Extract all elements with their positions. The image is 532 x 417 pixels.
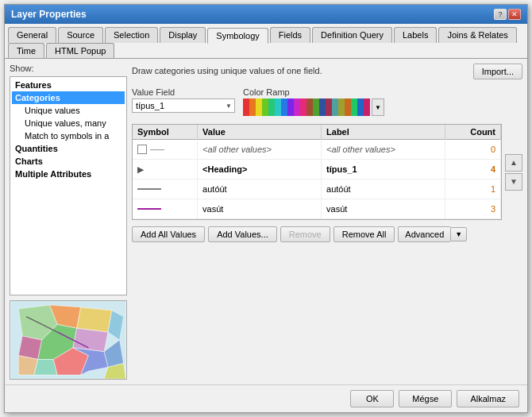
bottom-buttons: Add All Values Add Values... Remove Remo…: [132, 226, 522, 242]
table-row[interactable]: vasút vasút 3: [133, 199, 501, 219]
table-row-area: Symbol Value Label Count: [132, 124, 522, 220]
title-bar: Layer Properties ? ✕: [5, 5, 527, 24]
symbol-line-vasut: [137, 208, 161, 210]
scroll-buttons: ▲ ▼: [505, 124, 522, 220]
col-symbol: Symbol: [133, 125, 198, 140]
apply-button[interactable]: Alkalmaz: [457, 390, 519, 407]
advanced-dropdown-button[interactable]: ▼: [450, 227, 467, 241]
color-ramp[interactable]: [243, 98, 370, 116]
value-field-group: Value Field típus_1: [132, 87, 235, 116]
footer: OK Mégse Alkalmaz: [5, 384, 527, 412]
help-button[interactable]: ?: [494, 9, 507, 20]
col-count: Count: [445, 125, 501, 140]
table-row[interactable]: autóút autóút 1: [133, 180, 501, 199]
remove-button[interactable]: Remove: [280, 226, 330, 242]
col-value: Value: [198, 125, 322, 140]
symbol-cell-other: —: [137, 141, 192, 157]
svg-marker-3: [77, 307, 112, 332]
count-all-other: 0: [445, 140, 501, 160]
tree-unique-values[interactable]: Unique values: [12, 104, 125, 117]
tab-symbology[interactable]: Symbology: [207, 28, 268, 44]
value-field-select-wrapper: típus_1: [132, 98, 235, 113]
symbol-checkbox[interactable]: [137, 145, 147, 154]
tabs-bar: General Source Selection Display Symbolo…: [5, 24, 527, 59]
add-all-values-button[interactable]: Add All Values: [132, 226, 205, 242]
color-ramp-dropdown[interactable]: ▼: [372, 98, 384, 116]
tree-features[interactable]: Features: [12, 79, 125, 91]
description-text: Draw categories using unique values of o…: [132, 66, 322, 75]
table-row[interactable]: — <all other values> <all other values> …: [133, 140, 501, 160]
tree-categories[interactable]: Categories: [12, 91, 125, 104]
tab-selection[interactable]: Selection: [105, 27, 158, 43]
field-row: Value Field típus_1 Color Ramp ▼: [132, 87, 522, 116]
advanced-button-group: Advanced ▼: [398, 226, 467, 242]
import-row: Draw categories using unique values of o…: [132, 64, 522, 79]
count-heading: 4: [445, 160, 501, 180]
map-preview: [10, 300, 127, 380]
tab-labels[interactable]: Labels: [394, 27, 437, 43]
value-field-select[interactable]: típus_1: [132, 98, 235, 113]
label-autoput: autóút: [322, 180, 445, 199]
content-area: Show: Features Categories Unique values …: [5, 59, 527, 384]
value-heading: <Heading>: [198, 160, 322, 180]
symbology-tree: Features Categories Unique values Unique…: [10, 76, 127, 295]
color-ramp-wrapper: ▼: [243, 98, 384, 116]
svg-marker-7: [73, 328, 108, 351]
table-row[interactable]: ▶ <Heading> típus_1 4: [133, 160, 501, 180]
tab-time[interactable]: Time: [8, 43, 44, 58]
tree-charts[interactable]: Charts: [12, 155, 125, 168]
label-all-other: <all other values>: [322, 140, 445, 160]
svg-marker-5: [18, 336, 41, 359]
right-panel: Draw categories using unique values of o…: [132, 64, 522, 380]
scroll-down-button[interactable]: ▼: [505, 173, 522, 191]
close-button[interactable]: ✕: [508, 9, 521, 20]
symbol-cell-autoput: [137, 181, 192, 197]
col-label: Label: [322, 125, 445, 140]
show-label: Show:: [10, 64, 127, 73]
count-vasut: 3: [445, 199, 501, 219]
tab-definition-query[interactable]: Definition Query: [312, 27, 392, 43]
values-table: Symbol Value Label Count: [133, 125, 501, 219]
layer-properties-window: Layer Properties ? ✕ General Source Sele…: [4, 4, 528, 413]
color-ramp-group: Color Ramp ▼: [243, 87, 384, 116]
value-all-other: <all other values>: [198, 140, 322, 160]
tab-html-popup[interactable]: HTML Popup: [46, 43, 114, 58]
tree-quantities[interactable]: Quantities: [12, 142, 125, 155]
value-autoput: autóút: [198, 180, 322, 199]
label-vasut: vasút: [322, 199, 445, 219]
symbol-cell-heading: ▶: [137, 161, 192, 177]
tab-source[interactable]: Source: [58, 27, 103, 43]
tab-display[interactable]: Display: [160, 27, 206, 43]
window-title: Layer Properties: [11, 9, 87, 20]
import-button[interactable]: Import...: [473, 64, 522, 79]
ok-button[interactable]: OK: [350, 390, 394, 407]
map-svg: [10, 301, 126, 379]
color-ramp-label: Color Ramp: [243, 87, 384, 97]
tab-fields[interactable]: Fields: [270, 27, 310, 43]
left-panel: Show: Features Categories Unique values …: [10, 64, 127, 380]
scroll-up-button[interactable]: ▲: [505, 154, 522, 172]
title-bar-buttons: ? ✕: [494, 9, 521, 20]
cancel-button[interactable]: Mégse: [399, 390, 452, 407]
value-field-label: Value Field: [132, 87, 235, 97]
symbol-line-autoput: [137, 188, 161, 190]
table-scroll-area: Symbol Value Label Count: [132, 124, 502, 220]
tree-unique-values-many[interactable]: Unique values, many: [12, 117, 125, 129]
symbology-table: Symbol Value Label Count: [132, 124, 502, 220]
tree-multiple-attributes[interactable]: Multiple Attributes: [12, 168, 125, 180]
tab-joins-relates[interactable]: Joins & Relates: [438, 27, 516, 43]
remove-all-button[interactable]: Remove All: [333, 226, 395, 242]
count-autoput: 1: [445, 180, 501, 199]
symbol-cell-vasut: [137, 201, 192, 217]
value-vasut: vasút: [198, 199, 322, 219]
advanced-button[interactable]: Advanced: [398, 226, 450, 242]
add-values-button[interactable]: Add Values...: [208, 226, 277, 242]
label-heading: típus_1: [322, 160, 445, 180]
tree-match-symbols[interactable]: Match to symbols in a: [12, 129, 125, 142]
tab-general[interactable]: General: [8, 27, 56, 43]
